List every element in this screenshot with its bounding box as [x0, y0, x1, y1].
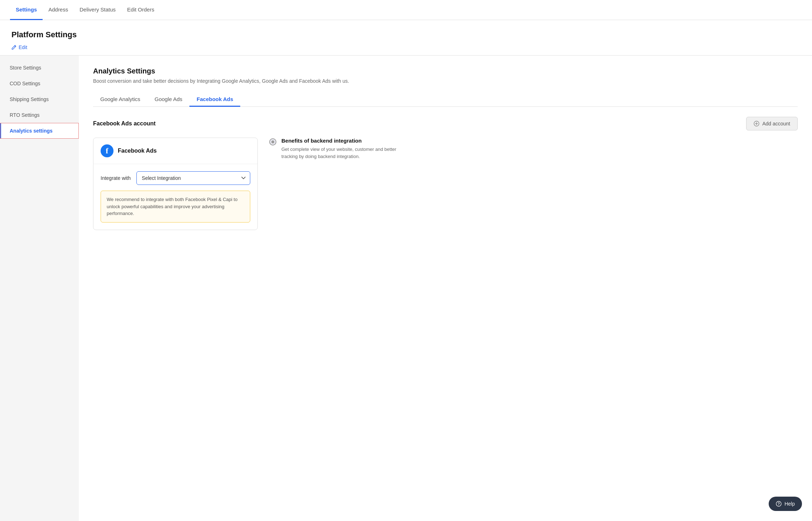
fb-card-body: Integrate with Select Integration We rec…	[93, 164, 257, 230]
nav-tab-edit-orders[interactable]: Edit Orders	[121, 0, 160, 20]
content-area: Analytics Settings Boost conversion and …	[79, 56, 812, 521]
page-title: Platform Settings	[11, 30, 801, 39]
sidebar: Store Settings COD Settings Shipping Set…	[0, 56, 79, 521]
analytics-section-title: Analytics Settings	[93, 67, 798, 75]
fb-card-header: f Facebook Ads	[93, 138, 257, 164]
benefits-desc: Get complete view of your website, custo…	[281, 146, 405, 160]
sidebar-item-shipping-settings[interactable]: Shipping Settings	[0, 91, 79, 107]
radio-inner	[271, 140, 274, 143]
select-integration-dropdown[interactable]: Select Integration	[136, 171, 250, 185]
nav-tab-address[interactable]: Address	[43, 0, 74, 20]
cards-area: f Facebook Ads Integrate with Select Int…	[93, 138, 798, 230]
main-layout: Store Settings COD Settings Shipping Set…	[0, 56, 812, 521]
nav-tab-settings[interactable]: Settings	[10, 0, 43, 20]
sidebar-item-cod-settings[interactable]: COD Settings	[0, 76, 79, 91]
facebook-ads-card: f Facebook Ads Integrate with Select Int…	[93, 138, 258, 230]
add-account-label: Add account	[762, 121, 790, 126]
sidebar-item-store-settings[interactable]: Store Settings	[0, 60, 79, 76]
sidebar-item-analytics-settings[interactable]: Analytics settings	[0, 123, 79, 139]
sidebar-item-rto-settings[interactable]: RTO Settings	[0, 107, 79, 123]
svg-text:?: ?	[778, 502, 780, 506]
account-header: Facebook Ads account Add account	[93, 117, 798, 130]
top-nav: Settings Address Delivery Status Edit Or…	[0, 0, 812, 20]
recommendation-box: We recommend to integrate with both Face…	[101, 191, 250, 223]
tab-facebook-ads[interactable]: Facebook Ads	[189, 92, 240, 107]
analytics-section-desc: Boost conversion and take better decisio…	[93, 78, 798, 84]
account-section-title: Facebook Ads account	[93, 120, 156, 127]
radio-icon	[269, 138, 276, 145]
edit-label: Edit	[19, 44, 27, 50]
edit-row: Edit	[0, 39, 812, 56]
tab-google-ads[interactable]: Google Ads	[148, 92, 190, 107]
benefits-text: Benefits of backend integration Get comp…	[281, 138, 405, 160]
benefits-title: Benefits of backend integration	[281, 138, 405, 144]
analytics-tabs: Google Analytics Google Ads Facebook Ads	[93, 92, 798, 107]
fb-card-name: Facebook Ads	[118, 148, 157, 154]
help-icon: ?	[776, 501, 782, 507]
help-label: Help	[784, 501, 795, 507]
integrate-row: Integrate with Select Integration	[101, 171, 250, 185]
edit-icon	[11, 45, 16, 50]
nav-tab-delivery-status[interactable]: Delivery Status	[74, 0, 121, 20]
plus-circle-icon	[754, 121, 759, 126]
integrate-label: Integrate with	[101, 175, 131, 181]
benefits-panel: Benefits of backend integration Get comp…	[269, 138, 405, 160]
facebook-logo-icon: f	[101, 144, 113, 157]
help-button[interactable]: ? Help	[769, 497, 802, 511]
add-account-button[interactable]: Add account	[746, 117, 798, 130]
recommendation-text: We recommend to integrate with both Face…	[107, 197, 237, 216]
page-header: Platform Settings	[0, 20, 812, 39]
tab-google-analytics[interactable]: Google Analytics	[93, 92, 148, 107]
edit-button[interactable]: Edit	[11, 44, 27, 50]
